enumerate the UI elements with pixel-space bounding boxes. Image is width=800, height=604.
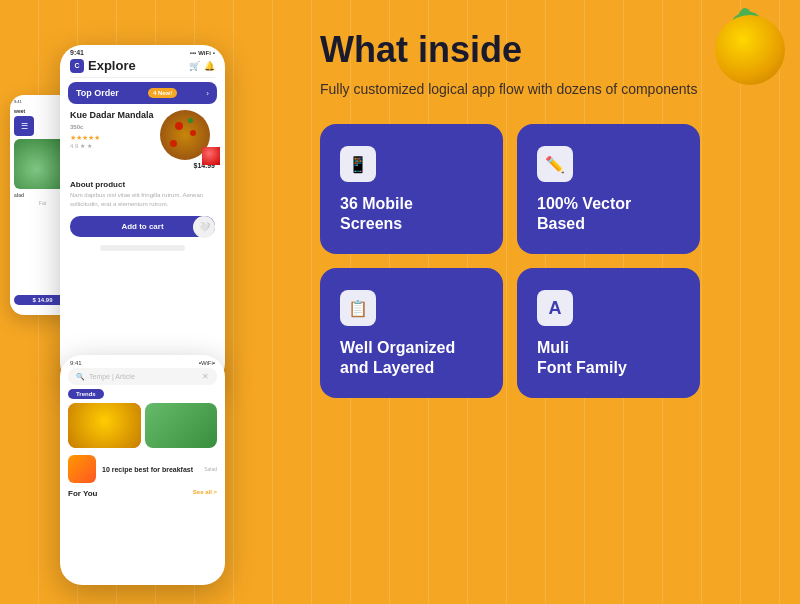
vector-based-icon: ✏️ [545, 155, 565, 174]
battery-icon: ▪ [213, 50, 215, 56]
phone-bottom-status: 9:41 ▪WiFi▪ [60, 355, 225, 368]
search-placeholder: Tempe | Article [89, 373, 135, 380]
phone-main-header: C Explore 🛒 🔔 [60, 58, 225, 77]
salad-sub: Salad [204, 466, 217, 472]
explore-label: Explore [88, 58, 136, 73]
favorite-button[interactable]: 🤍 [193, 216, 215, 238]
well-organized-icon: 📋 [348, 299, 368, 318]
search-close-icon[interactable]: ✕ [202, 372, 209, 381]
scroll-indicator [100, 245, 185, 251]
cherry-tomato [202, 147, 220, 165]
product-weight: 350c [70, 124, 83, 130]
phone-main-status-icons: ▪▪▪ WiFi ▪ [190, 50, 215, 56]
app-logo-small: C [70, 59, 84, 73]
signal-icon: ▪▪▪ [190, 50, 196, 56]
divider [70, 77, 215, 78]
phone-bottom-icons: ▪WiFi▪ [199, 360, 215, 366]
blue-icon-small: ☰ [14, 116, 34, 136]
card-mobile-screens: 📱 36 MobileScreens [320, 124, 503, 254]
pizza-topping-3 [170, 140, 177, 147]
recipe-text-block: 10 recipe best for breakfast [102, 466, 198, 473]
organized-icon-wrapper: 📋 [340, 290, 376, 326]
about-title: About product [70, 180, 215, 189]
font-family-icon: A [549, 298, 562, 319]
bell-icon[interactable]: 🔔 [204, 61, 215, 71]
recipe-title: 10 recipe best for breakfast [102, 466, 198, 473]
page-title: What inside [320, 30, 765, 70]
product-name: Kue Dadar Mandala 350c [70, 110, 154, 132]
well-organized-title: Well Organizedand Layered [340, 338, 483, 378]
about-section: About product Nam dapibus nisl vitae eli… [60, 176, 225, 212]
phone-main-status-bar: 9:41 ▪▪▪ WiFi ▪ [60, 45, 225, 58]
vector-icon-wrapper: ✏️ [537, 146, 573, 182]
phone-bottom-time: 9:41 [70, 360, 82, 366]
price-tag: $14.99 [70, 162, 215, 174]
pizza-topping-1 [175, 122, 183, 130]
trends-tag[interactable]: Trends [68, 389, 104, 399]
mobile-icon-wrapper: 📱 [340, 146, 376, 182]
food-img-2 [145, 403, 218, 448]
phone-main-time: 9:41 [70, 49, 84, 56]
for-you-label: For You [68, 489, 97, 498]
product-info: Kue Dadar Mandala 350c ★★★★★ 4.9 ★ ★ [70, 110, 154, 149]
for-you-section: For You See all > [60, 486, 225, 501]
font-family-title: MuliFont Family [537, 338, 680, 378]
pizza-topping-green [188, 118, 193, 123]
recipe-image [68, 455, 96, 483]
feature-cards-grid: 📱 36 MobileScreens ✏️ 100% VectorBased 📋… [320, 124, 700, 398]
right-content: What inside Fully customized logical app… [320, 30, 765, 398]
card-well-organized: 📋 Well Organizedand Layered [320, 268, 503, 398]
new-badge: 4 New! [148, 88, 177, 98]
product-image [160, 110, 215, 160]
font-icon-wrapper: A [537, 290, 573, 326]
page-subtitle: Fully customized logical app flow with d… [320, 80, 765, 100]
filter-tags: Trends [60, 389, 225, 403]
mobile-screens-icon: 📱 [348, 155, 368, 174]
top-order-arrow: › [206, 89, 209, 98]
food-images-row [60, 403, 225, 452]
cart-icon[interactable]: 🛒 [189, 61, 200, 71]
phone-left-time: 9:41 [14, 99, 22, 104]
card-font-family: A MuliFont Family [517, 268, 700, 398]
search-icon: 🔍 [76, 373, 85, 381]
pizza-topping-2 [190, 130, 196, 136]
wifi-icon: WiFi [198, 50, 211, 56]
phone-bottom: 9:41 ▪WiFi▪ 🔍 Tempe | Article ✕ Trends 1… [60, 355, 225, 585]
phones-area: 9:41 ▪▪▪ weet ☰ alad Fat $ 14.99 9:41 [10, 15, 280, 585]
product-rating: ★★★★★ [70, 134, 154, 142]
card-vector-based: ✏️ 100% VectorBased [517, 124, 700, 254]
search-bar[interactable]: 🔍 Tempe | Article ✕ [68, 368, 217, 385]
cart-row: Add to cart 🤍 [60, 212, 225, 241]
vector-based-title: 100% VectorBased [537, 194, 680, 234]
product-section: Kue Dadar Mandala 350c ★★★★★ 4.9 ★ ★ [60, 104, 225, 160]
top-order-bar[interactable]: Top Order 4 New! › [68, 82, 217, 104]
recipe-item: 10 recipe best for breakfast Salad [60, 452, 225, 486]
see-all-link[interactable]: See all > [193, 489, 217, 498]
phone-main: 9:41 ▪▪▪ WiFi ▪ C Explore 🛒 🔔 Top Order … [60, 45, 225, 385]
phone-header-icons: 🛒 🔔 [189, 61, 215, 71]
rating-count: 4.9 ★ ★ [70, 142, 154, 149]
mobile-screens-title: 36 MobileScreens [340, 194, 483, 234]
food-img-1 [68, 403, 141, 448]
about-text: Nam dapibus nisl vitae elit fringilla ru… [70, 191, 215, 208]
top-order-label: Top Order [76, 88, 119, 98]
